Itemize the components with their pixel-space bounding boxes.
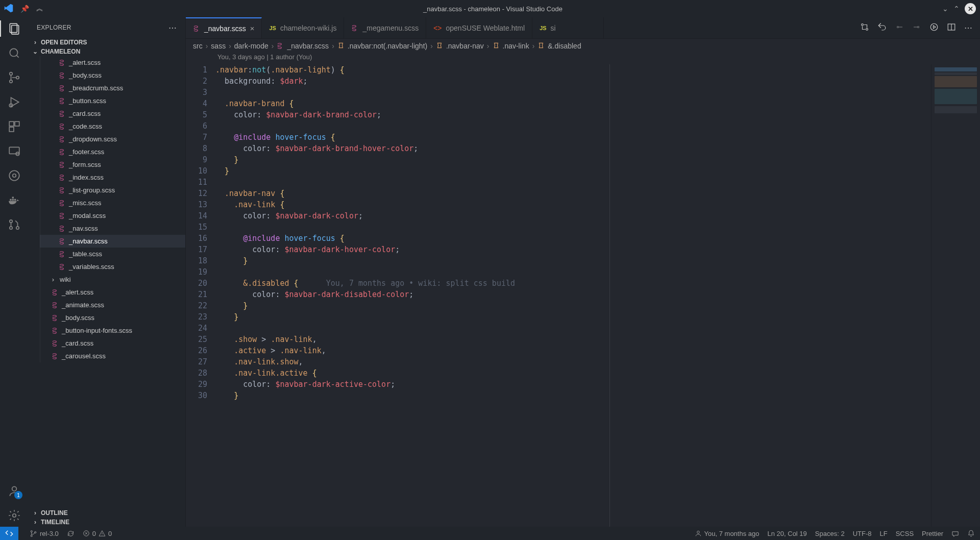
- status-cursor[interactable]: Ln 20, Col 19: [768, 530, 807, 537]
- status-bell-icon[interactable]: [967, 530, 975, 537]
- section-open-editors[interactable]: › OPEN EDITORS: [29, 38, 185, 47]
- file-item[interactable]: _list-group.scss: [40, 184, 185, 197]
- section-label: CHAMELEON: [41, 48, 80, 55]
- file-item[interactable]: _variables.scss: [40, 260, 185, 273]
- file-name: _body.scss: [69, 71, 102, 79]
- tab[interactable]: _megamenu.scss: [344, 17, 426, 38]
- css-rule-icon: [493, 42, 500, 51]
- breadcrumb-item[interactable]: .navbar:not(.navbar-light): [348, 42, 427, 50]
- file-item[interactable]: _carousel.scss: [40, 350, 185, 362]
- run-icon[interactable]: [929, 22, 939, 33]
- prev-change-icon[interactable]: [895, 22, 904, 33]
- chevron-right-icon: ›: [32, 519, 39, 526]
- chevron-down-icon[interactable]: ⌄: [942, 5, 948, 13]
- file-item[interactable]: _card.scss: [40, 337, 185, 350]
- breadcrumb-item[interactable]: sass: [211, 42, 226, 50]
- tab[interactable]: JSsi: [532, 17, 604, 38]
- pull-requests-icon[interactable]: [7, 217, 21, 232]
- run-debug-icon[interactable]: [7, 95, 21, 109]
- file-item[interactable]: _button-input-fonts.scss: [40, 324, 185, 337]
- tab[interactable]: _navbar.scss×: [186, 17, 262, 38]
- compare-icon[interactable]: [860, 22, 869, 33]
- extensions-icon[interactable]: [7, 119, 21, 134]
- status-blame[interactable]: You, 7 months ago: [695, 530, 760, 537]
- section-outline[interactable]: › OUTLINE: [29, 508, 185, 518]
- breadcrumb-sep: ›: [487, 42, 489, 50]
- status-prettier[interactable]: Prettier: [922, 530, 943, 537]
- settings-gear-icon[interactable]: [7, 508, 21, 523]
- close-icon[interactable]: ×: [250, 24, 255, 33]
- file-item[interactable]: _table.scss: [40, 248, 185, 260]
- pin-icon[interactable]: 📌: [20, 5, 29, 13]
- breadcrumb-item[interactable]: src: [193, 42, 203, 50]
- file-tree[interactable]: _alert.scss_body.scss_breadcrumb.scss_bu…: [29, 56, 185, 508]
- css-rule-icon: [537, 42, 545, 51]
- file-item[interactable]: _footer.scss: [40, 145, 185, 158]
- file-item[interactable]: _index.scss: [40, 171, 185, 184]
- codelens-authors[interactable]: You, 3 days ago | 1 author (You): [186, 53, 980, 64]
- html-icon: <>: [433, 24, 442, 32]
- file-item[interactable]: _form.scss: [40, 158, 185, 171]
- docker-icon[interactable]: [7, 193, 21, 207]
- close-icon[interactable]: ✕: [965, 3, 976, 14]
- file-item[interactable]: _alert.scss: [40, 286, 185, 299]
- file-item[interactable]: _modal.scss: [40, 209, 185, 222]
- scss-icon: [193, 25, 200, 32]
- file-item[interactable]: _body.scss: [40, 69, 185, 82]
- revert-icon[interactable]: [877, 22, 887, 33]
- section-project[interactable]: ⌄ CHAMELEON: [29, 47, 185, 56]
- file-item[interactable]: _code.scss: [40, 120, 185, 133]
- folder-item[interactable]: ›wiki: [40, 273, 185, 286]
- scss-icon: [52, 353, 59, 360]
- file-item[interactable]: _misc.scss: [40, 197, 185, 209]
- tab[interactable]: <>openSUSE Weblate.html: [426, 17, 532, 38]
- file-item[interactable]: _button.scss: [40, 94, 185, 107]
- section-timeline[interactable]: › TIMELINE: [29, 518, 185, 527]
- next-change-icon[interactable]: [912, 22, 921, 33]
- svg-point-15: [10, 227, 12, 229]
- tab[interactable]: JSchameleon-wiki.js: [262, 17, 344, 38]
- minimap[interactable]: [931, 64, 980, 527]
- scss-icon: [59, 97, 66, 105]
- scss-icon: [59, 59, 66, 66]
- source-control-icon[interactable]: [7, 70, 21, 85]
- svg-point-17: [12, 486, 17, 491]
- file-item[interactable]: _body.scss: [40, 311, 185, 324]
- status-language[interactable]: SCSS: [896, 530, 914, 537]
- scss-icon: [59, 123, 66, 130]
- chevron-double-up-icon[interactable]: ︽: [36, 4, 43, 13]
- breadcrumbs[interactable]: src›sass›dark-mode›_navbar.scss›.navbar:…: [186, 39, 980, 53]
- svg-point-29: [697, 531, 699, 533]
- file-item[interactable]: _animate.scss: [40, 299, 185, 311]
- code-editor[interactable]: 1234567891011121314151617181920212223242…: [186, 64, 931, 527]
- file-item[interactable]: _navbar.scss: [40, 235, 185, 248]
- explorer-icon[interactable]: [7, 21, 21, 36]
- remote-indicator-icon[interactable]: [0, 527, 18, 540]
- status-encoding[interactable]: UTF-8: [853, 530, 872, 537]
- gitlens-icon[interactable]: [7, 168, 21, 183]
- breadcrumb-item[interactable]: &.disabled: [548, 42, 581, 50]
- status-eol[interactable]: LF: [880, 530, 888, 537]
- breadcrumb-item[interactable]: dark-mode: [234, 42, 268, 50]
- file-item[interactable]: _dropdown.scss: [40, 133, 185, 145]
- file-item[interactable]: _nav.scss: [40, 222, 185, 235]
- tab-more-icon[interactable]: ⋯: [964, 23, 973, 33]
- breadcrumb-item[interactable]: .nav-link: [503, 42, 529, 50]
- scss-icon: [59, 85, 66, 92]
- breadcrumb-item[interactable]: _navbar.scss: [287, 42, 329, 50]
- split-editor-icon[interactable]: [947, 22, 956, 33]
- accounts-icon[interactable]: 1: [7, 484, 21, 498]
- file-item[interactable]: _breadcrumb.scss: [40, 82, 185, 94]
- status-spaces[interactable]: Spaces: 2: [815, 530, 845, 537]
- sidebar-more-icon[interactable]: ⋯: [168, 23, 177, 33]
- status-feedback-icon[interactable]: [951, 530, 959, 537]
- file-item[interactable]: _card.scss: [40, 107, 185, 120]
- status-sync-icon[interactable]: [67, 530, 75, 537]
- search-icon[interactable]: [7, 46, 21, 60]
- status-problems[interactable]: 0 0: [83, 530, 112, 537]
- status-branch[interactable]: rel-3.0: [30, 530, 59, 537]
- file-item[interactable]: _alert.scss: [40, 56, 185, 69]
- remote-explorer-icon[interactable]: [7, 144, 21, 158]
- breadcrumb-item[interactable]: .navbar-nav: [446, 42, 484, 50]
- chevron-up-icon[interactable]: ⌃: [953, 5, 960, 13]
